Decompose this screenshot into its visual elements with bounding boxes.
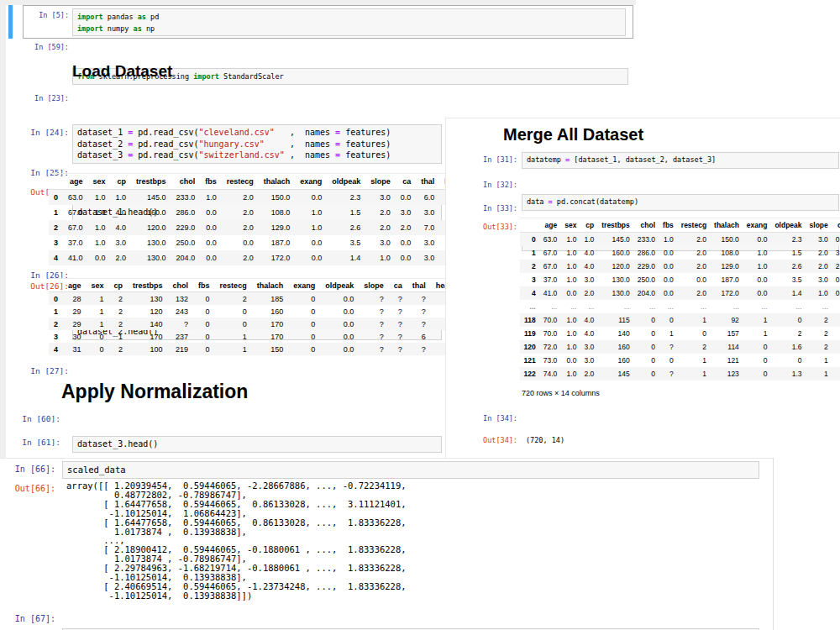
notebook-panel-top: In [5]: import pandas as pdimport numpy … (0, 0, 840, 119)
input-prompt: In [60]: (8, 414, 60, 423)
column-header: fbs (193, 279, 215, 292)
column-header: thal (416, 174, 439, 190)
column-header: chol (168, 279, 194, 292)
column-header: oldpeak (320, 279, 359, 292)
code-line: dataset_3.head() (77, 438, 437, 450)
input-prompt: In [67]: (0, 614, 55, 623)
column-header: thalach (259, 174, 296, 190)
column-header: exang (288, 279, 320, 292)
panel-right-border (773, 458, 774, 630)
table-row: 337.01.03.0130.0250.00.00.0187.00.03.53.… (520, 273, 840, 286)
column-header (49, 279, 63, 292)
output-prompt: Out[33]: (463, 223, 517, 231)
table-row: 12274.01.02.01450?112301.31??1 (520, 367, 840, 381)
table-row: 11870.01.04.011500192102?71 (520, 313, 840, 327)
column-header (49, 174, 63, 190)
column-header: ca (396, 174, 417, 190)
column-header: cp (580, 218, 598, 233)
column-header: restecg (677, 218, 710, 233)
table-row: 431021002190115000.0???0 (49, 343, 487, 355)
dataframe-output-dataset2: agesexcptrestbpscholfbsrestecgthalachexa… (49, 278, 487, 355)
input-prompt: In [59]: (10, 43, 69, 51)
selected-cell-indicator (8, 5, 13, 39)
notebook-panel-bottom: In [66]: scaled_data Out[66]: array([[ 1… (0, 458, 840, 630)
input-prompt: In [24]: (10, 128, 69, 137)
column-header: sex (87, 279, 109, 292)
code-line: scaled_data (67, 464, 754, 475)
input-prompt: In [31]: (463, 155, 517, 164)
column-header (520, 218, 539, 233)
heading-merge-all-dataset: Merge All Dataset (503, 125, 643, 144)
table-row: 12173.00.03.0160001121001?31 (520, 354, 840, 367)
column-header: trestbps (128, 279, 168, 292)
table-row: 028121301320218500.0???0 (49, 292, 487, 306)
column-header: oldpeak (327, 174, 365, 190)
column-header: age (63, 174, 88, 190)
shape-output-value: (720, 14) (526, 436, 564, 444)
column-header: ca (832, 218, 840, 233)
code-input-imports[interactable]: import pandas as pdimport numpy as np (72, 8, 626, 36)
table-row: 167.01.04.0160.0286.00.02.0108.01.01.52.… (49, 205, 496, 220)
dataframe-output-dataset1: agesexcptrestbpscholfbsrestecgthalachexa… (49, 173, 496, 265)
column-header: chol (633, 218, 659, 233)
page-margin-left (0, 119, 6, 458)
table-row: 267.01.04.0120.0229.00.02.0129.01.02.62.… (49, 220, 496, 235)
input-prompt: In [5]: (10, 11, 69, 19)
table-row: 063.01.01.0145.0233.01.02.0150.00.02.33.… (49, 190, 496, 206)
code-input-dataset3-head[interactable]: dataset_3.head() (72, 436, 442, 453)
input-prompt: In [66]: (0, 465, 55, 474)
output-prompt: Out[34]: (463, 436, 517, 444)
code-line: dataset_1 = pd.read_csv("cleveland.csv" … (77, 127, 437, 139)
input-prompt: In [33]: (463, 204, 517, 213)
column-header: thalach (711, 218, 743, 233)
column-header: ca (389, 279, 407, 292)
code-input-scaled-data[interactable]: scaled_data (62, 461, 759, 479)
column-header: oldpeak (771, 218, 806, 233)
column-header: cp (111, 174, 132, 190)
panel-top-border (0, 458, 774, 459)
table-row: 063.01.01.0145.0233.01.02.0150.00.02.33.… (520, 233, 840, 247)
dataframe-output-merged: agesexcptrestbpscholfbsrestecgthalachexa… (520, 218, 840, 381)
column-header: exang (743, 218, 771, 233)
table-dimensions-label: 720 rows × 14 columns (522, 389, 600, 397)
column-header: thalach (252, 279, 289, 292)
table-row: 11970.01.04.0140010157122?73 (520, 327, 840, 340)
input-prompt: In [23]: (10, 94, 69, 102)
input-prompt: In [32]: (463, 181, 517, 189)
dataframe-table: agesexcptrestbpscholfbsrestecgthalachexa… (520, 218, 840, 381)
input-prompt: In [34]: (463, 414, 517, 423)
table-row: 441.00.02.0130.0204.00.02.0172.00.01.41.… (49, 250, 496, 265)
table-row: 441.00.02.0130.0204.00.02.0172.00.01.41.… (520, 286, 840, 300)
code-line: dataset_3 = pd.read_csv("switzerland.csv… (77, 150, 437, 161)
column-header: thal (407, 279, 431, 292)
array-output: array([[ 1.20939454, 0.59446065, -2.2866… (66, 481, 407, 601)
code-line: import pandas as pd (77, 11, 621, 23)
column-header: exang (295, 174, 327, 190)
table-row: 267.01.04.0120.0229.00.02.0129.01.02.62.… (520, 260, 840, 273)
column-header: restecg (215, 279, 252, 292)
input-prompt: In [27]: (10, 366, 69, 375)
code-input-read-csv[interactable]: dataset_1 = pd.read_csv("cleveland.csv" … (72, 124, 442, 164)
column-header: slope (806, 218, 832, 233)
column-header: trestbps (598, 218, 634, 233)
code-input-concat[interactable]: data = pd.concat(datatemp) (522, 194, 839, 211)
table-row: 22912140?0017000.0???0 (49, 318, 487, 330)
heading-apply-normalization: Apply Normalization (61, 381, 248, 403)
column-header: sex (88, 174, 111, 190)
code-line: dataset_2 = pd.read_csv("hungary.csv" , … (77, 139, 437, 150)
column-header: slope (365, 174, 396, 190)
table-row: 12072.01.03.01600?211401.622?0 (520, 340, 840, 354)
column-header: trestbps (131, 174, 171, 190)
code-line: datatemp = [dataset_1, dataset_2, datase… (527, 155, 834, 165)
code-input-datatemp[interactable]: datatemp = [dataset_1, dataset_2, datase… (522, 152, 839, 169)
dataframe-table: agesexcptrestbpscholfbsrestecgthalachexa… (49, 278, 487, 355)
table-row: 337.01.03.0130.0250.00.00.0187.00.03.53.… (49, 235, 496, 250)
code-line: import numpy as np (77, 23, 621, 34)
column-header: chol (171, 174, 201, 190)
table-row: ........................................… (520, 300, 840, 313)
column-header: age (63, 279, 87, 292)
output-prompt: Out[66]: (0, 484, 55, 493)
table-row: 129121202430016000.0???0 (49, 305, 487, 318)
notebook-panel-right: Merge All Dataset In [31]: datatemp = [d… (445, 118, 840, 466)
code-line: data = pd.concat(datatemp) (527, 197, 834, 207)
